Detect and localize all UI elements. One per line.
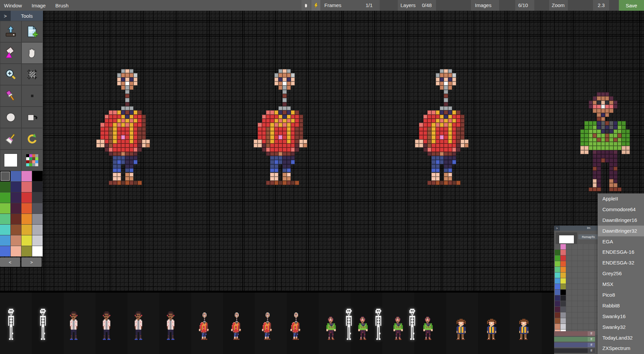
- tool-pixel[interactable]: [22, 85, 43, 106]
- palette-next-button[interactable]: >: [21, 257, 42, 267]
- thumbnail-greenman[interactable]: [326, 316, 336, 340]
- panel-swatch[interactable]: [589, 324, 594, 329]
- palette-list-item[interactable]: AppleII: [598, 193, 644, 204]
- panel-swatch[interactable]: [560, 290, 566, 295]
- panel-swatch[interactable]: [578, 295, 583, 301]
- palette-list-item[interactable]: DawnBringer16: [598, 215, 644, 226]
- panel-swatch[interactable]: [583, 250, 589, 255]
- palette-swatch[interactable]: [11, 225, 21, 235]
- palette-swatch[interactable]: [11, 192, 21, 203]
- palette-list-item[interactable]: Rabbit8: [598, 300, 644, 311]
- panel-swatch[interactable]: [560, 295, 566, 301]
- panel-swatch[interactable]: [572, 301, 577, 306]
- alpha-color-bar[interactable]: [554, 343, 588, 347]
- tool-brush[interactable]: [0, 85, 21, 106]
- panel-swatch[interactable]: [572, 273, 577, 278]
- panel-swatch[interactable]: [578, 324, 583, 329]
- panel-swatch[interactable]: [566, 301, 572, 306]
- panel-swatch[interactable]: [583, 295, 589, 301]
- alpha-value[interactable]: ff: [588, 331, 595, 336]
- palette-swatch[interactable]: [21, 192, 32, 203]
- panel-swatch[interactable]: [566, 244, 572, 249]
- panel-swatch[interactable]: [560, 267, 566, 272]
- panel-swatch[interactable]: [589, 261, 594, 267]
- panel-swatch[interactable]: [566, 267, 572, 272]
- panel-swatch[interactable]: [566, 318, 572, 323]
- panel-swatch[interactable]: [583, 312, 589, 318]
- palette-list-item[interactable]: Swanky16: [598, 311, 644, 322]
- palette-swatch[interactable]: [11, 171, 21, 181]
- panel-swatch[interactable]: [589, 312, 594, 318]
- palette-swatch[interactable]: [0, 214, 10, 224]
- panel-swatch[interactable]: [572, 307, 577, 312]
- palette-list-item[interactable]: EGA: [598, 236, 644, 247]
- panel-swatch[interactable]: [572, 295, 577, 301]
- drawing-canvas[interactable]: [0, 11, 644, 291]
- thumbnail-oldman[interactable]: [231, 312, 241, 340]
- panel-swatch[interactable]: [566, 312, 572, 318]
- panel-swatch[interactable]: [560, 278, 566, 284]
- palette-swatch[interactable]: [11, 235, 21, 246]
- palette-swatch[interactable]: [21, 203, 32, 214]
- panel-swatch[interactable]: [560, 261, 566, 267]
- panel-swatch[interactable]: [566, 290, 572, 295]
- panel-swatch[interactable]: [578, 278, 583, 284]
- tool-fill[interactable]: [0, 43, 21, 63]
- thumbnail-greenman[interactable]: [423, 316, 433, 340]
- alpha-value[interactable]: ff: [588, 348, 595, 353]
- panel-swatch[interactable]: [578, 307, 583, 312]
- palette-list-item[interactable]: ENDESGA-16: [598, 247, 644, 257]
- panel-swatch[interactable]: [555, 273, 560, 278]
- panel-swatch[interactable]: [589, 318, 594, 323]
- thumbnail-pinkjacket[interactable]: [166, 311, 176, 340]
- panel-swatch[interactable]: [589, 307, 594, 312]
- palette-swatch[interactable]: [0, 182, 10, 192]
- panel-swatch[interactable]: [560, 312, 566, 318]
- thumbnail-girl[interactable]: [486, 319, 497, 340]
- panel-swatch[interactable]: [589, 284, 594, 289]
- panel-swatch[interactable]: [572, 255, 577, 261]
- palette-list-item[interactable]: TodayLand32: [598, 333, 644, 343]
- panel-swatch[interactable]: [578, 284, 583, 289]
- panel-swatch[interactable]: [589, 278, 594, 284]
- tool-ellipse[interactable]: [0, 107, 21, 128]
- panel-swatch[interactable]: [560, 324, 566, 329]
- tool-hand[interactable]: [22, 43, 43, 63]
- palette-swatch[interactable]: [21, 214, 32, 224]
- palette-swatch[interactable]: [32, 192, 43, 203]
- palette-list-item[interactable]: ZXSpectrum: [598, 343, 644, 354]
- layers-value[interactable]: 0/48: [422, 0, 432, 11]
- panel-swatch[interactable]: [583, 290, 589, 295]
- panel-swatch[interactable]: [560, 284, 566, 289]
- thumbnail-girl[interactable]: [455, 319, 467, 340]
- thumbnail-pinkjacket[interactable]: [102, 311, 112, 340]
- save-button[interactable]: Save: [619, 0, 644, 11]
- palette-swatch[interactable]: [0, 203, 10, 214]
- panel-swatch[interactable]: [555, 284, 560, 289]
- tool-select[interactable]: [22, 64, 43, 85]
- palette-swatch[interactable]: [21, 182, 32, 192]
- tool-clean[interactable]: [0, 128, 21, 149]
- panel-swatch[interactable]: [555, 318, 560, 323]
- panel-swatch[interactable]: [566, 295, 572, 301]
- panel-swatch[interactable]: [583, 278, 589, 284]
- panel-swatch[interactable]: [578, 318, 583, 323]
- thumbnail-skeleton[interactable]: [375, 309, 382, 340]
- panel-swatch[interactable]: [583, 318, 589, 323]
- panel-swatch[interactable]: [589, 244, 594, 249]
- palette-list-item[interactable]: DawnBringer32: [598, 226, 644, 236]
- palette-swatch[interactable]: [32, 203, 43, 214]
- panel-swatch[interactable]: [560, 307, 566, 312]
- panel-swatch[interactable]: [566, 307, 572, 312]
- panel-swatch[interactable]: [566, 324, 572, 329]
- panel-swatch[interactable]: [583, 244, 589, 249]
- alpha-color-bar[interactable]: [554, 337, 588, 342]
- palette-swatch[interactable]: [0, 235, 10, 246]
- panel-swatch[interactable]: [560, 273, 566, 278]
- palette-swatch[interactable]: [32, 182, 43, 192]
- thumbnail-greenman[interactable]: [393, 316, 404, 340]
- palette-list-item[interactable]: Pico8: [598, 290, 644, 300]
- pan-mode-button[interactable]: [302, 0, 311, 11]
- panel-swatch[interactable]: [572, 267, 577, 272]
- palette-swatch[interactable]: [32, 225, 43, 235]
